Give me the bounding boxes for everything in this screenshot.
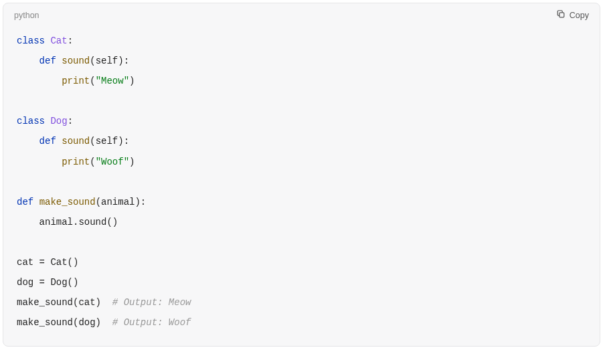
- code-header: python Copy: [3, 3, 600, 27]
- svg-rect-0: [559, 13, 564, 17]
- code-block: python Copy class Cat: def sound(self): …: [3, 3, 600, 347]
- copy-button[interactable]: Copy: [556, 9, 589, 21]
- language-label: python: [14, 11, 39, 20]
- copy-button-label: Copy: [570, 11, 589, 20]
- copy-icon: [556, 9, 566, 21]
- code-content: class Cat: def sound(self): print("Meow"…: [3, 27, 600, 346]
